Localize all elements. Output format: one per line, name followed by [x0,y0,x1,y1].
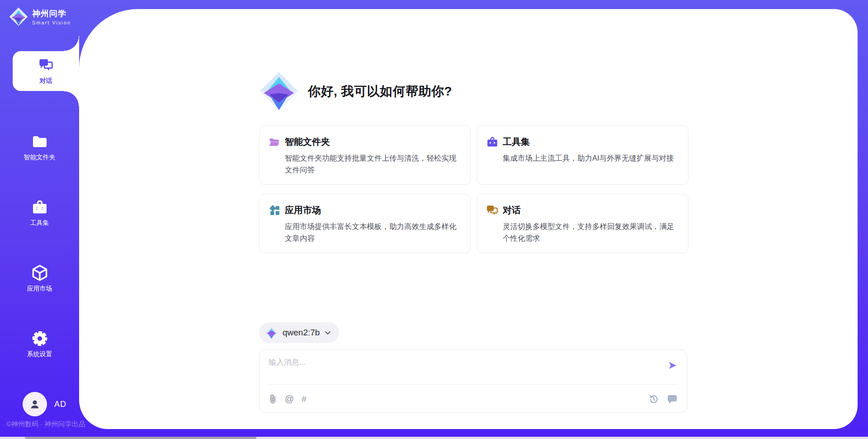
chat-bubbles-icon [486,205,498,216]
comment-icon[interactable] [667,394,678,404]
sidebar-item-label: 应用市场 [27,285,52,293]
horizontal-scrollbar[interactable] [0,437,868,439]
avatar[interactable] [23,392,47,416]
user-initials: AD [54,400,66,409]
brand: 神州问学 Smart Vision [9,7,71,26]
toolbox-icon [486,136,498,148]
card-smart-folder[interactable]: 智能文件夹 智能文件夹功能支持批量文件上传与清洗，轻松实现文件问答 [259,125,471,185]
copyright-footer: ©神州数码 · 神州问学出品 [6,420,85,429]
assistant-logo-icon [259,72,299,111]
feature-cards: 智能文件夹 智能文件夹功能支持批量文件上传与清洗，轻松实现文件问答 工具集 集成… [259,125,689,253]
person-icon [29,398,41,410]
card-app-market[interactable]: 应用市场 应用市场提供丰富长文本模板，助力高效生成多样化文章内容 [259,194,471,253]
cube-icon [32,265,48,281]
card-title: 应用市场 [285,204,321,216]
message-composer: ➤ @ # [259,349,687,413]
card-title: 对话 [503,204,521,216]
brand-logo-icon [9,7,28,26]
card-description: 应用市场提供丰富长文本模板，助力高效生成多样化文章内容 [285,221,459,244]
sidebar-item-label: 智能文件夹 [24,153,56,162]
sidebar-item-smart-folder[interactable]: 智能文件夹 [0,130,79,165]
card-chat[interactable]: 对话 灵活切换多模型文件，支持多样回复效果调试，满足个性化需求 [477,194,689,253]
sidebar: 神州问学 Smart Vision 对话 智能文件夹 [0,0,79,439]
topic-icon[interactable]: # [302,394,307,404]
chevron-down-icon [325,331,331,335]
folder-open-icon [269,136,280,148]
greeting-block: 你好, 我可以如何帮助你? [259,72,452,111]
card-toolset[interactable]: 工具集 集成市场上主流工具，助力AI与外界无缝扩展与对接 [477,125,689,185]
chat-bubbles-icon [38,57,54,73]
main-panel: 你好, 我可以如何帮助你? 智能文件夹 智能文件夹功能支持批量文件上传与清洗，轻… [79,9,858,429]
send-icon[interactable]: ➤ [668,360,677,371]
attachment-icon[interactable] [269,394,277,404]
card-description: 灵活切换多模型文件，支持多样回复效果调试，满足个性化需求 [503,221,677,244]
sidebar-item-toolset[interactable]: 工具集 [0,196,79,230]
user-account[interactable]: AD [23,392,66,416]
sidebar-item-label: 系统设置 [27,350,52,358]
gear-icon [32,330,48,347]
scrollbar-thumb[interactable] [25,437,256,439]
card-title: 智能文件夹 [285,136,330,148]
message-input[interactable] [269,357,653,382]
sidebar-item-app-market[interactable]: 应用市场 [0,262,79,296]
composer-toolbar: @ # [269,385,678,413]
sidebar-item-settings[interactable]: 系统设置 [0,327,79,362]
brand-name: 神州问学 [32,8,71,19]
toolbox-icon [32,199,48,215]
brand-subtitle: Smart Vision [32,20,71,25]
sidebar-item-chat[interactable]: 对话 [13,51,79,91]
model-logo-icon [265,327,278,339]
model-selector[interactable]: qwen2:7b [259,322,339,343]
card-description: 智能文件夹功能支持批量文件上传与清洗，轻松实现文件问答 [285,153,459,176]
app-grid-icon [269,205,280,216]
card-title: 工具集 [503,136,530,148]
sidebar-item-label: 工具集 [30,219,49,227]
mention-icon[interactable]: @ [285,394,294,404]
folder-icon [32,134,48,150]
card-description: 集成市场上主流工具，助力AI与外界无缝扩展与对接 [503,153,677,164]
model-name: qwen2:7b [283,328,320,338]
greeting-title: 你好, 我可以如何帮助你? [308,83,452,100]
sidebar-item-label: 对话 [40,77,52,85]
history-icon[interactable] [648,394,659,405]
